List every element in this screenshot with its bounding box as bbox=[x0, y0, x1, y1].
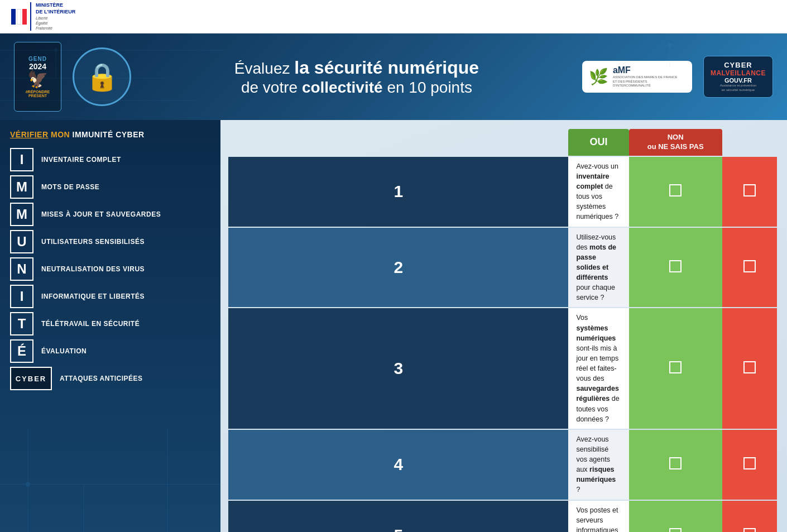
item-label-m2: MISES À JOUR ET SAUVEGARDES bbox=[41, 210, 161, 218]
oui-cell-3[interactable] bbox=[629, 308, 722, 428]
panel-title: VÉRIFIER MON IMMUNITÉ CYBER bbox=[10, 130, 210, 139]
immunity-item-u: U UTILISATEURS SENSIBILISÉS bbox=[10, 230, 210, 253]
question-row-5: 5 Vos postes et serveurs informatiques s… bbox=[228, 501, 777, 532]
immunity-item-cyber: CYBER ATTAQUES ANTICIPÉES bbox=[10, 367, 210, 390]
item-label-e: ÉVALUATION bbox=[41, 347, 87, 355]
immunity-list: I INVENTAIRE COMPLET M MOTS DE PASSE M M… bbox=[10, 148, 210, 390]
left-panel: VÉRIFIER MON IMMUNITÉ CYBER I INVENTAIRE… bbox=[0, 120, 220, 532]
main-banner: GEND 2024 🦅 #RÉPONDREPRÉSENT 🔒 Évaluez l… bbox=[0, 33, 787, 120]
th-non: NONou NE SAIS PAS bbox=[629, 129, 722, 156]
questions-table: OUI NONou NE SAIS PAS 1 Avez-vous un inv… bbox=[228, 128, 777, 532]
svg-point-4 bbox=[110, 76, 113, 80]
q-cell-2: Utilisez-vous des mots de passe solides … bbox=[568, 228, 628, 308]
immunity-item-m2: M MISES À JOUR ET SAUVEGARDES bbox=[10, 203, 210, 226]
non-cell-4[interactable] bbox=[722, 430, 777, 500]
immunity-item-m1: M MOTS DE PASSE bbox=[10, 175, 210, 199]
non-cell-2[interactable] bbox=[722, 228, 777, 308]
letter-box-cyber: CYBER bbox=[10, 367, 52, 390]
q-cell-1: Avez-vous un inventaire complet de tous … bbox=[568, 157, 628, 227]
letter-box-m2: M bbox=[10, 203, 33, 226]
item-label-cyber: ATTAQUES ANTICIPÉES bbox=[60, 375, 143, 382]
question-row-2: 2 Utilisez-vous des mots de passe solide… bbox=[228, 228, 777, 308]
letter-box-n: N bbox=[10, 257, 33, 281]
table-header-row: OUI NONou NE SAIS PAS bbox=[228, 129, 777, 156]
ministry-logo: MINISTÈREDE L'INTÉRIEUR LibertéÉgalitéFr… bbox=[11, 2, 75, 31]
svg-point-11 bbox=[26, 482, 30, 487]
oui-cell-2[interactable] bbox=[629, 228, 722, 308]
oui-cell-1[interactable] bbox=[629, 157, 722, 227]
question-row-1: 1 Avez-vous un inventaire complet de tou… bbox=[228, 157, 777, 227]
main-content: VÉRIFIER MON IMMUNITÉ CYBER I INVENTAIRE… bbox=[0, 120, 787, 532]
non-cell-5[interactable] bbox=[722, 501, 777, 532]
q-cell-4: Avez-vous sensibilisé vos agents aux ris… bbox=[568, 430, 628, 500]
non-cell-1[interactable] bbox=[722, 157, 777, 227]
q-cell-5: Vos postes et serveurs informatiques son… bbox=[568, 501, 628, 532]
letter-box-i1: I bbox=[10, 148, 33, 171]
oui-cell-4[interactable] bbox=[629, 430, 722, 500]
item-label-t: TÉLÉTRAVAIL EN SÉCURITÉ bbox=[41, 320, 140, 328]
question-row-3: 3 Vos systèmes numériques sont-ils mis à… bbox=[228, 308, 777, 428]
letter-box-e: É bbox=[10, 339, 33, 363]
immunity-item-i2: I INFORMATIQUE ET LIBERTÉS bbox=[10, 285, 210, 308]
immunity-item-i1: I INVENTAIRE COMPLET bbox=[10, 148, 210, 171]
item-label-n: NEUTRALISATION DES VIRUS bbox=[41, 265, 145, 273]
item-label-i2: INFORMATIQUE ET LIBERTÉS bbox=[41, 293, 145, 300]
right-panel: OUI NONou NE SAIS PAS 1 Avez-vous un inv… bbox=[220, 120, 787, 532]
question-row-4: 4 Avez-vous sensibilisé vos agents aux r… bbox=[228, 430, 777, 500]
th-empty bbox=[228, 129, 568, 156]
num-cell-5: 5 bbox=[228, 501, 568, 532]
item-label-i1: INVENTAIRE COMPLET bbox=[41, 156, 121, 164]
letter-box-u: U bbox=[10, 230, 33, 253]
non-cell-3[interactable] bbox=[722, 308, 777, 428]
immunity-item-e: É ÉVALUATION bbox=[10, 339, 210, 363]
top-header: MINISTÈREDE L'INTÉRIEUR LibertéÉgalitéFr… bbox=[0, 0, 787, 33]
num-cell-3: 3 bbox=[228, 308, 568, 428]
num-cell-4: 4 bbox=[228, 430, 568, 500]
letter-box-i2: I bbox=[10, 285, 33, 308]
th-oui: OUI bbox=[568, 129, 628, 156]
item-label-u: UTILISATEURS SENSIBILISÉS bbox=[41, 238, 145, 246]
letter-box-m1: M bbox=[10, 175, 33, 199]
immunity-item-t: T TÉLÉTRAVAIL EN SÉCURITÉ bbox=[10, 312, 210, 336]
q-cell-3: Vos systèmes numériques sont-ils mis à j… bbox=[568, 308, 628, 428]
letter-box-t: T bbox=[10, 312, 33, 336]
num-cell-2: 2 bbox=[228, 228, 568, 308]
immunity-item-n: N NEUTRALISATION DES VIRUS bbox=[10, 257, 210, 281]
num-cell-1: 1 bbox=[228, 157, 568, 227]
item-label-m1: MOTS DE PASSE bbox=[41, 183, 99, 191]
oui-cell-5[interactable] bbox=[629, 501, 722, 532]
